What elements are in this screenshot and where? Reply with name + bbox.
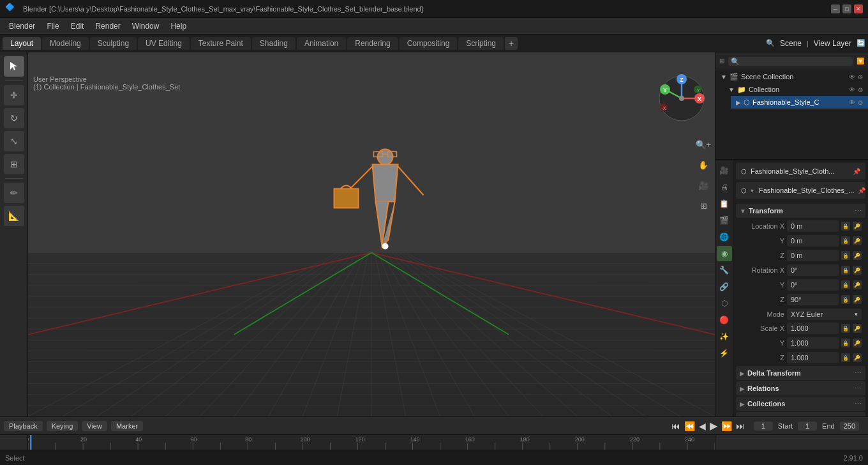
scale-z-key[interactable]: 🔑: [853, 353, 862, 362]
delta-transform-header[interactable]: ▶ Delta Transform ⋯: [736, 366, 865, 380]
scene-properties-tab[interactable]: 🎬: [717, 213, 732, 228]
marker-button[interactable]: Marker: [111, 421, 143, 431]
physics-properties-tab[interactable]: ⚡: [717, 346, 732, 361]
scale-x-lock[interactable]: 🔒: [841, 324, 850, 333]
object-properties-tab[interactable]: ◉: [717, 246, 732, 261]
close-button[interactable]: ✕: [854, 4, 863, 13]
annotate-tool-button[interactable]: ✏: [4, 183, 24, 203]
location-y-lock[interactable]: 🔒: [841, 236, 850, 245]
location-x-key[interactable]: 🔑: [853, 222, 862, 231]
jump-to-end-button[interactable]: ⏭: [736, 421, 745, 431]
add-workspace-button[interactable]: +: [505, 37, 518, 50]
step-forward-button[interactable]: ⏩: [721, 421, 732, 431]
play-reverse-button[interactable]: ◀: [699, 421, 706, 431]
tab-shading[interactable]: Shading: [252, 37, 296, 50]
scene-collection-eye[interactable]: 👁: [849, 73, 855, 80]
transform-section-header[interactable]: ▼ Transform ⋯: [736, 204, 865, 218]
camera-button[interactable]: 🎥: [694, 176, 712, 194]
scale-y-lock[interactable]: 🔒: [841, 339, 850, 347]
location-x-field[interactable]: 0 m: [787, 220, 839, 232]
grab-tool-button[interactable]: ✋: [694, 156, 712, 174]
object-eye[interactable]: 👁: [849, 99, 855, 106]
tab-scripting[interactable]: Scripting: [458, 37, 504, 50]
transform-pin[interactable]: ⋯: [855, 207, 862, 215]
zoom-in-button[interactable]: 🔍+: [694, 135, 712, 153]
object-name-field[interactable]: ⬡ Fashionable_Style_Cloth... 📌: [736, 163, 865, 179]
tab-compositing[interactable]: Compositing: [400, 37, 458, 50]
instancing-header[interactable]: ▶ Instancing ⋯: [736, 412, 865, 416]
scale-z-field[interactable]: 1.000: [787, 352, 839, 363]
data-block-field[interactable]: ⬡ ▾ Fashionable_Style_Clothes_... 📌: [736, 182, 865, 199]
rotation-z-key[interactable]: 🔑: [853, 295, 862, 304]
tab-rendering[interactable]: Rendering: [347, 37, 398, 50]
collections-pin[interactable]: ⋯: [855, 400, 862, 408]
rotation-x-lock[interactable]: 🔒: [841, 266, 850, 275]
instancing-pin[interactable]: ⋯: [855, 415, 862, 417]
playback-menu-button[interactable]: Playback: [4, 421, 43, 431]
world-properties-tab[interactable]: 🌐: [717, 229, 732, 245]
timeline-view-button[interactable]: View: [82, 421, 107, 431]
data-block-pin[interactable]: 📌: [858, 187, 865, 194]
start-frame-display[interactable]: 1: [798, 422, 817, 431]
move-tool-button[interactable]: ✛: [4, 85, 24, 105]
timeline-track[interactable]: [28, 435, 715, 450]
select-tool-button[interactable]: [4, 56, 24, 77]
current-frame-display[interactable]: 1: [754, 422, 773, 431]
tab-uv-editing[interactable]: UV Editing: [138, 37, 190, 50]
keying-menu-button[interactable]: Keying: [47, 421, 79, 431]
scale-x-field[interactable]: 1.000: [787, 323, 839, 334]
particles-properties-tab[interactable]: ✨: [717, 329, 732, 344]
outliner-filter-btn[interactable]: 🔽: [857, 57, 864, 65]
relations-pin[interactable]: ⋯: [855, 385, 862, 393]
relations-header[interactable]: ▶ Relations ⋯: [736, 381, 865, 395]
modifier-properties-tab[interactable]: 🔧: [717, 263, 732, 278]
rotation-y-lock[interactable]: 🔒: [841, 280, 850, 289]
rotation-x-field[interactable]: 0°: [787, 264, 839, 276]
location-z-field[interactable]: 0 m: [787, 250, 839, 261]
data-properties-tab[interactable]: ⬡: [717, 296, 732, 311]
location-z-lock[interactable]: 🔒: [841, 251, 850, 260]
outliner-scene-collection[interactable]: ▼ 🎬 Scene Collection 👁 ⊚: [715, 70, 868, 83]
outliner-view-btn[interactable]: ⊞: [719, 57, 724, 65]
step-backward-button[interactable]: ⏪: [684, 421, 695, 431]
play-button[interactable]: ▶: [710, 420, 717, 432]
transform-tool-button[interactable]: ⊞: [4, 154, 24, 174]
rotate-tool-button[interactable]: ↻: [4, 108, 24, 128]
scale-z-lock[interactable]: 🔒: [841, 353, 850, 362]
scale-y-key[interactable]: 🔑: [853, 339, 862, 347]
menu-edit[interactable]: Edit: [66, 20, 89, 32]
axis-gizmo[interactable]: X Y Z -X -Y: [656, 73, 707, 124]
rotation-mode-select[interactable]: XYZ Euler ▾: [787, 309, 862, 320]
rotation-x-key[interactable]: 🔑: [853, 266, 862, 275]
tab-sculpting[interactable]: Sculpting: [90, 37, 137, 50]
data-block-dropdown[interactable]: ▾: [751, 187, 754, 194]
rotation-y-field[interactable]: 0°: [787, 279, 839, 291]
menu-file[interactable]: File: [41, 20, 64, 32]
outliner-collection[interactable]: ▼ 📁 Collection 👁 ⊚: [723, 83, 868, 96]
render-properties-tab[interactable]: 🎥: [717, 163, 732, 178]
object-pin-icon[interactable]: 📌: [853, 168, 860, 175]
jump-to-start-button[interactable]: ⏮: [671, 421, 680, 431]
location-z-key[interactable]: 🔑: [853, 251, 862, 260]
render-region-button[interactable]: ⊞: [694, 197, 712, 215]
menu-help[interactable]: Help: [165, 20, 191, 32]
scale-y-field[interactable]: 1.000: [787, 337, 839, 349]
rotation-y-key[interactable]: 🔑: [853, 280, 862, 289]
end-frame-display[interactable]: 250: [840, 422, 859, 431]
scale-x-key[interactable]: 🔑: [853, 324, 862, 333]
location-x-lock[interactable]: 🔒: [841, 222, 850, 231]
rotation-z-lock[interactable]: 🔒: [841, 295, 850, 304]
tab-texture-paint[interactable]: Texture Paint: [191, 37, 251, 50]
output-properties-tab[interactable]: 🖨: [717, 179, 732, 195]
object-render[interactable]: ⊚: [858, 99, 863, 106]
minimize-button[interactable]: ─: [831, 4, 840, 13]
menu-render[interactable]: Render: [90, 20, 125, 32]
constraint-properties-tab[interactable]: 🔗: [717, 279, 732, 294]
view-layer-properties-tab[interactable]: 📋: [717, 196, 732, 211]
measure-tool-button[interactable]: 📐: [4, 206, 24, 226]
tab-layout[interactable]: Layout: [3, 37, 41, 50]
collection-eye[interactable]: 👁: [849, 86, 855, 93]
collection-render[interactable]: ⊚: [858, 86, 863, 93]
menu-blender[interactable]: Blender: [4, 20, 40, 32]
scale-tool-button[interactable]: ⤡: [4, 131, 24, 151]
